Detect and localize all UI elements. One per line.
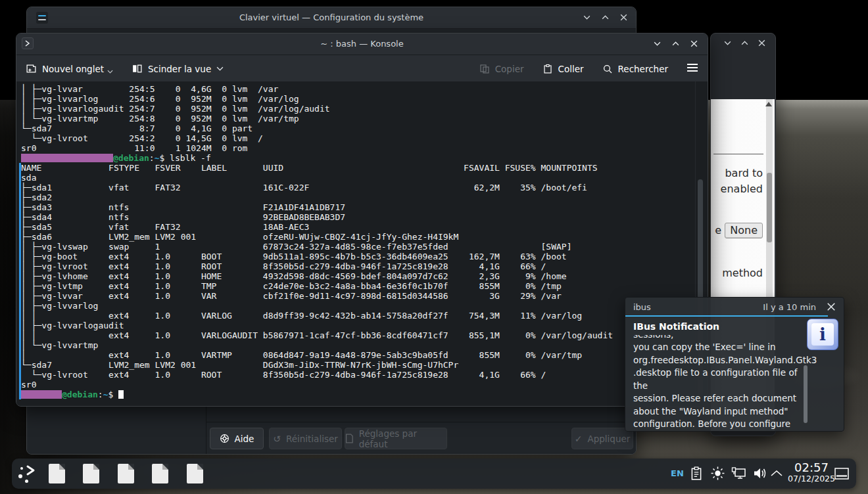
help-text-fragment: method xyxy=(722,267,763,279)
reset-button[interactable]: ↺ Réinitialiser xyxy=(269,428,342,449)
check-icon: ✓ xyxy=(575,434,583,443)
document-icon xyxy=(83,464,99,483)
taskbar-task-document[interactable] xyxy=(146,461,175,486)
apply-button-label: Appliquer xyxy=(587,434,630,444)
maximize-icon[interactable] xyxy=(740,39,749,47)
split-view-label: Scinder la vue xyxy=(148,64,211,74)
chevron-down-icon xyxy=(107,70,113,74)
split-view-button[interactable]: Scinder la vue xyxy=(132,63,224,74)
konsole-titlebar[interactable]: ~ : bash — Konsole xyxy=(16,34,708,55)
split-view-icon xyxy=(132,63,143,74)
search-icon xyxy=(602,64,613,74)
search-button[interactable]: Rechercher xyxy=(602,64,668,74)
scroll-up-icon[interactable] xyxy=(765,102,772,106)
config-titlebar[interactable]: Clavier virtuel — Configuration du systè… xyxy=(27,7,636,29)
help-button[interactable]: Aide xyxy=(210,428,264,449)
minimize-icon[interactable] xyxy=(723,39,732,47)
notification-accent-line xyxy=(625,315,828,317)
reset-button-label: Réinitialiser xyxy=(286,434,338,444)
konsole-toolbar: Nouvel onglet Scinder la vue Copier xyxy=(16,55,708,83)
clipboard-icon xyxy=(542,64,553,74)
clipboard-tray-icon[interactable] xyxy=(690,466,703,481)
terminal-line: │ ├─vg-lvswap swap 1 67873c24-327a-4d85-… xyxy=(21,242,708,252)
hamburger-menu-icon[interactable] xyxy=(687,63,698,74)
terminal-prompt-line: @debian:~$ xyxy=(21,390,708,399)
sidebar-divider xyxy=(206,406,206,454)
terminal-area[interactable]: │ ├─vg-lvvar 254:5 0 4,6G 0 lvm /var│ ├─… xyxy=(16,81,708,406)
terminal-line: sr0 xyxy=(21,380,708,390)
help-text-fragment: e None xyxy=(715,223,763,238)
notification-app-name: ibus xyxy=(633,302,651,312)
terminal-line: │ ├─vg-lvtmp ext4 1.0 TMP c24de70e-b3c2-… xyxy=(21,281,708,291)
new-tab-label: Nouvel onglet xyxy=(42,64,104,74)
close-icon[interactable] xyxy=(758,39,766,47)
terminal-line: │ ├─vg-boot ext4 1.0 BOOT 9db511a1-895c-… xyxy=(21,252,708,261)
close-icon[interactable] xyxy=(619,13,628,22)
taskbar-task-document[interactable] xyxy=(42,461,71,486)
notification-popup: ibus Il y a 10 min IBus Notification i i… xyxy=(625,297,844,432)
redacted-username xyxy=(21,390,62,399)
terminal-cursor xyxy=(118,390,124,399)
chevron-down-icon xyxy=(216,66,224,72)
brightness-icon xyxy=(710,466,725,481)
notification-title: IBus Notification xyxy=(633,321,719,332)
minimize-icon[interactable] xyxy=(653,39,662,48)
network-wired-icon xyxy=(731,466,747,480)
terminal-line: └─sda7 8:7 0 4,1G 0 part xyxy=(21,124,708,133)
keyboard-layout-indicator[interactable]: EN xyxy=(671,468,684,478)
terminal-line: ├─sda6 LVM2_mem LVM2 001 ofzeRU-WUjw-CBQ… xyxy=(21,232,708,242)
new-tab-button[interactable]: Nouvel onglet xyxy=(26,63,113,74)
terminal-line: sda xyxy=(21,173,708,183)
terminal-line: │ ├─vg-lvhome ext4 1.0 HOME 4932d598-d8d… xyxy=(21,271,708,281)
taskbar-task-document[interactable] xyxy=(111,461,140,486)
new-tab-icon xyxy=(26,63,37,74)
app-launcher-button[interactable] xyxy=(17,462,39,485)
maximize-icon[interactable] xyxy=(671,39,680,48)
notification-timestamp: Il y a 10 min xyxy=(763,302,816,312)
maximize-icon[interactable] xyxy=(601,13,610,22)
config-window-title: Clavier virtuel — Configuration du systè… xyxy=(27,12,636,22)
defaults-document-icon xyxy=(345,434,354,443)
terminal-line: ├─sda4 ntfs 92BEBAD8BEBAB3D7 xyxy=(21,212,708,222)
terminal-line: │ ├─vg-lvvarlog 254:6 0 952M 0 lvm /var/… xyxy=(21,94,708,104)
terminal-line: NAME FSTYPE FSVER LABEL UUID FSAVAIL FSU… xyxy=(21,163,708,173)
terminal-line: │ └─vg-lvvartmp xyxy=(21,340,708,350)
terminal-line: ├─sda3 ntfs F21A1DF41A1DB717 xyxy=(21,202,708,212)
taskbar-panel: EN xyxy=(12,459,856,489)
terminal-command: lsblk -f xyxy=(170,153,211,163)
terminal-line: │ ├─vg-lvvarlog xyxy=(21,301,708,311)
terminal-line: │ ├─vg-lvroot ext4 1.0 ROOT 8f350b5d-c27… xyxy=(21,261,708,271)
copy-button[interactable]: Copier xyxy=(479,64,524,74)
network-tray-icon[interactable] xyxy=(731,466,747,480)
minimize-icon[interactable] xyxy=(583,13,591,22)
terminal-line: │ │ ext4 1.0 VARLOG d8d9ff39-9c42-432b-a… xyxy=(21,311,708,321)
close-icon[interactable] xyxy=(690,39,698,48)
volume-tray-icon[interactable] xyxy=(752,466,768,481)
search-label: Rechercher xyxy=(618,64,668,74)
konsole-window: ~ : bash — Konsole Nouvel onglet xyxy=(16,33,708,407)
show-desktop-button[interactable] xyxy=(834,467,850,483)
taskbar-task-document[interactable] xyxy=(77,461,106,486)
terminal-line: │ ├─vg-lvvarlogaudit 254:7 0 952M 0 lvm … xyxy=(21,104,708,114)
help-scrollbar-thumb[interactable] xyxy=(767,173,772,242)
document-icon xyxy=(187,464,203,483)
taskbar-task-document[interactable] xyxy=(180,461,209,486)
document-icon xyxy=(49,464,65,483)
brightness-tray-icon[interactable] xyxy=(710,466,725,481)
paste-button[interactable]: Coller xyxy=(542,64,584,74)
defaults-button[interactable]: Réglages par défaut xyxy=(345,428,447,449)
footer-divider xyxy=(206,422,636,422)
notification-body: in Wayland. For other desktop sessions, … xyxy=(633,335,799,432)
paste-label: Coller xyxy=(558,64,584,74)
help-button-label: Aide xyxy=(235,434,254,444)
terminal-line: └─sda7 LVM2_mem LVM2 001 DGdX3m-JiDx-TTR… xyxy=(21,360,708,370)
close-icon[interactable] xyxy=(827,302,836,311)
apply-button[interactable]: ✓ Appliquer xyxy=(571,428,633,449)
notification-body-line: you can copy the 'Exec=' line in xyxy=(633,341,799,354)
terminal-line: └─vg-lvroot 254:2 0 14,5G 0 lvm / xyxy=(21,133,708,143)
terminal-line: │ └─vg-lvvartmp 254:8 0 952M 0 lvm /var/… xyxy=(21,114,708,124)
clipboard-icon xyxy=(690,466,703,481)
help-text-fragment: bard to xyxy=(725,167,763,179)
notification-body-line: about the "Wayland input method" xyxy=(633,405,799,418)
notification-scrollbar-thumb[interactable] xyxy=(804,365,808,423)
